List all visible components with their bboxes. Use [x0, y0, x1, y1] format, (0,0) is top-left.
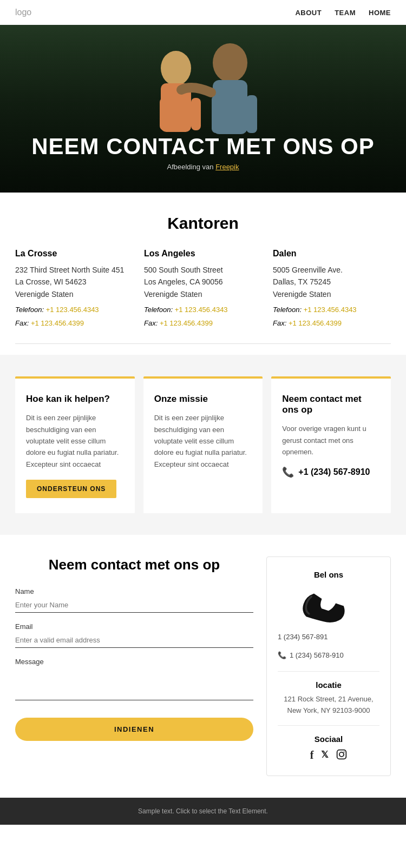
svg-point-10 [344, 751, 345, 752]
message-textarea[interactable] [15, 668, 253, 700]
footer: Sample text. Click to select the Text El… [0, 798, 406, 825]
sociaal-block: Sociaal f 𝕏 [278, 734, 379, 763]
x-twitter-icon[interactable]: 𝕏 [321, 749, 329, 763]
office-dalen-address: 5005 Greenville Ave.Dallas, TX 75245Vere… [273, 264, 391, 300]
info-card-help-body: Dit is een zeer pijnlijke beschuldiging … [26, 412, 124, 470]
phone-row-1: 1 (234) 567-891 [278, 630, 379, 644]
info-card-contact-body: Voor overige vragen kunt u gerust contac… [282, 423, 380, 458]
name-form-group: Name [15, 587, 253, 613]
freepik-link[interactable]: Freepik [215, 163, 239, 171]
office-dalen-fax[interactable]: +1 123.456.4399 [289, 319, 342, 327]
email-input[interactable] [15, 633, 253, 648]
svg-rect-8 [337, 750, 346, 759]
ondersteun-ons-button[interactable]: ONDERSTEUN ONS [26, 480, 116, 498]
nav-team[interactable]: TEAM [335, 9, 356, 17]
contact-section: Neem contact met ons op Name Email Messa… [0, 535, 406, 798]
svg-point-4 [213, 43, 247, 82]
kantoren-title: Kantoren [15, 214, 391, 233]
svg-point-0 [161, 51, 191, 85]
facebook-icon[interactable]: f [310, 749, 314, 763]
phone-icon: 📞 [282, 466, 294, 478]
info-card-contact: Neem contact met ons op Voor overige vra… [271, 376, 391, 513]
hero-section: NEEM CONTACT MET ONS OP Afbeelding van F… [0, 25, 406, 193]
locatie-address: 121 Rock Street, 21 Avenue,New York, NY … [278, 694, 379, 717]
name-input[interactable] [15, 598, 253, 613]
office-los-angeles-fax[interactable]: +1 123.456.4399 [160, 319, 213, 327]
office-los-angeles-name: Los Angeles [144, 249, 262, 259]
svg-rect-3 [191, 98, 201, 130]
email-form-group: Email [15, 622, 253, 648]
hero-subtitle: Afbeelding van Freepik [0, 163, 406, 171]
office-los-angeles-phone[interactable]: +1 123.456.4343 [175, 306, 228, 314]
instagram-icon[interactable] [336, 749, 347, 763]
phone-icon-small: 📞 [278, 648, 286, 662]
logo: logo [15, 8, 31, 17]
info-card-mission: Onze missie Dit is een zeer pijnlijke be… [143, 376, 263, 513]
contact-form-col: Neem contact met ons op Name Email Messa… [15, 556, 253, 776]
locatie-title: locatie [278, 680, 379, 690]
info-card-contact-title: Neem contact met ons op [282, 394, 380, 415]
office-dalen: Dalen 5005 Greenville Ave.Dallas, TX 752… [273, 249, 391, 327]
info-cards-section: Hoe kan ik helpen? Dit is een zeer pijnl… [0, 355, 406, 535]
email-label: Email [15, 622, 253, 631]
footer-text: Sample text. Click to select the Text El… [15, 807, 391, 815]
social-icons: f 𝕏 [278, 749, 379, 763]
office-la-crosse: La Crosse 232 Third Street North Suite 4… [15, 249, 133, 327]
hero-title: NEEM CONTACT MET ONS OP [0, 134, 406, 160]
message-label: Message [15, 658, 253, 666]
office-la-crosse-address: 232 Third Street North Suite 451La Cross… [15, 264, 133, 300]
office-dalen-name: Dalen [273, 249, 391, 259]
contact-form-title: Neem contact met ons op [15, 556, 253, 573]
kantoren-section: Kantoren La Crosse 232 Third Street Nort… [0, 193, 406, 355]
hero-content: NEEM CONTACT MET ONS OP Afbeelding van F… [0, 134, 406, 171]
office-la-crosse-fax[interactable]: +1 123.456.4399 [31, 319, 84, 327]
svg-rect-2 [160, 98, 169, 130]
nav-links: ABOUT TEAM HOME [295, 9, 391, 17]
info-card-help-title: Hoe kan ik helpen? [26, 394, 124, 405]
svg-rect-6 [212, 95, 222, 133]
nav-home[interactable]: HOME [369, 9, 391, 17]
info-card-mission-body: Dit is een zeer pijnlijke beschuldiging … [154, 412, 252, 470]
office-la-crosse-phone[interactable]: +1 123.456.4343 [46, 306, 99, 314]
bel-ons-title: Bel ons [278, 570, 379, 579]
name-label: Name [15, 587, 253, 595]
office-la-crosse-name: La Crosse [15, 249, 133, 259]
phone-row-2: 📞 1 (234) 5678-910 [278, 648, 379, 662]
phone-list: 1 (234) 567-891 📞 1 (234) 5678-910 [278, 630, 379, 662]
offices-grid: La Crosse 232 Third Street North Suite 4… [15, 249, 391, 327]
message-form-group: Message [15, 658, 253, 703]
info-card-mission-title: Onze missie [154, 394, 252, 405]
nav-about[interactable]: ABOUT [295, 9, 322, 17]
locatie-block: locatie 121 Rock Street, 21 Avenue,New Y… [278, 680, 379, 717]
navbar: logo ABOUT TEAM HOME [0, 0, 406, 25]
info-card-help: Hoe kan ik helpen? Dit is een zeer pijnl… [15, 376, 135, 513]
info-card-contact-phone: 📞 +1 (234) 567-8910 [282, 466, 380, 478]
submit-button[interactable]: INDIENEN [15, 718, 253, 741]
info-cards-grid: Hoe kan ik helpen? Dit is een zeer pijnl… [15, 376, 391, 513]
office-los-angeles-address: 500 South South StreetLos Angeles, CA 90… [144, 264, 262, 300]
office-dalen-phone[interactable]: +1 123.456.4343 [304, 306, 357, 314]
contact-info-col: Bel ons 1 (234) 567-891 📞 1 (234) 5678-9… [266, 556, 391, 776]
svg-point-9 [339, 752, 344, 757]
phone-receiver-icon [296, 587, 361, 624]
office-los-angeles: Los Angeles 500 South South StreetLos An… [144, 249, 262, 327]
sociaal-title: Sociaal [278, 734, 379, 744]
svg-rect-7 [246, 95, 257, 133]
